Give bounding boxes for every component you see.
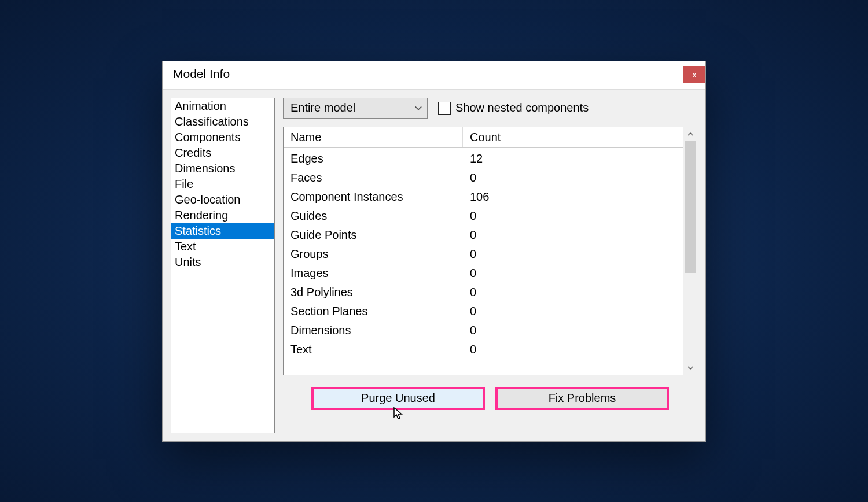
sidebar-list[interactable]: AnimationClassificationsComponentsCredit… (171, 98, 275, 433)
vertical-scrollbar[interactable] (683, 127, 697, 375)
checkbox-icon (438, 102, 451, 115)
cell-name: Images (284, 264, 463, 283)
statistics-table-wrap: Name Count Edges12Faces0Component Instan… (283, 127, 697, 375)
purge-unused-label: Purge Unused (361, 392, 435, 405)
table-row[interactable]: Groups0 (284, 245, 683, 264)
cell-count: 0 (463, 168, 683, 187)
scroll-down-button[interactable] (683, 361, 697, 375)
cell-name: Faces (284, 168, 463, 187)
cell-name: 3d Polylines (284, 283, 463, 302)
checkbox-label: Show nested components (455, 101, 589, 115)
show-nested-checkbox[interactable]: Show nested components (438, 101, 589, 115)
sidebar-item-statistics[interactable]: Statistics (171, 223, 274, 239)
table-row[interactable]: Images0 (284, 264, 683, 283)
sidebar-item-animation[interactable]: Animation (171, 98, 274, 114)
scope-dropdown[interactable]: Entire model (283, 98, 428, 119)
sidebar-item-dimensions[interactable]: Dimensions (171, 161, 274, 176)
cell-count: 106 (463, 187, 683, 206)
close-icon: x (693, 71, 697, 79)
cell-name: Component Instances (284, 187, 463, 206)
table-row[interactable]: Dimensions0 (284, 321, 683, 340)
table-row[interactable]: Edges12 (284, 149, 683, 168)
statistics-table: Name Count Edges12Faces0Component Instan… (284, 127, 683, 375)
cell-name: Dimensions (284, 321, 463, 340)
cell-name: Section Planes (284, 302, 463, 321)
cell-name: Groups (284, 245, 463, 264)
chevron-up-icon (687, 131, 693, 137)
table-row[interactable]: Guide Points0 (284, 226, 683, 245)
action-button-row: Purge Unused Fix Problems (283, 387, 697, 410)
main-panel: Entire model Show nested components Name… (283, 98, 697, 433)
header-name[interactable]: Name (284, 127, 463, 147)
sidebar-item-file[interactable]: File (171, 176, 274, 192)
controls-row: Entire model Show nested components (283, 98, 697, 119)
table-body: Edges12Faces0Component Instances106Guide… (284, 148, 683, 359)
cell-name: Text (284, 340, 463, 359)
cell-count: 0 (463, 206, 683, 226)
cell-count: 0 (463, 226, 683, 245)
fix-problems-label: Fix Problems (549, 392, 616, 405)
table-row[interactable]: 3d Polylines0 (284, 283, 683, 302)
cell-count: 0 (463, 264, 683, 283)
cell-count: 0 (463, 321, 683, 340)
scroll-up-button[interactable] (683, 127, 697, 141)
sidebar-item-text[interactable]: Text (171, 239, 274, 254)
dialog-titlebar: Model Info x (163, 61, 705, 90)
dialog-body: AnimationClassificationsComponentsCredit… (163, 90, 705, 441)
sidebar-item-rendering[interactable]: Rendering (171, 208, 274, 223)
table-row[interactable]: Guides0 (284, 206, 683, 226)
cell-name: Edges (284, 149, 463, 168)
fix-problems-button[interactable]: Fix Problems (495, 387, 669, 410)
sidebar-item-credits[interactable]: Credits (171, 145, 274, 161)
cell-name: Guides (284, 206, 463, 226)
cell-count: 0 (463, 245, 683, 264)
model-info-dialog: Model Info x AnimationClassificationsCom… (162, 61, 706, 442)
header-spacer (590, 127, 683, 147)
cell-count: 0 (463, 302, 683, 321)
table-header-row: Name Count (284, 127, 683, 148)
table-row[interactable]: Text0 (284, 340, 683, 359)
sidebar-item-units[interactable]: Units (171, 254, 274, 270)
cell-count: 12 (463, 149, 683, 168)
sidebar-item-components[interactable]: Components (171, 130, 274, 145)
dialog-title: Model Info (173, 67, 230, 81)
chevron-down-icon (687, 365, 693, 371)
sidebar-item-geo-location[interactable]: Geo-location (171, 192, 274, 208)
table-row[interactable]: Section Planes0 (284, 302, 683, 321)
header-count[interactable]: Count (463, 127, 590, 147)
chevron-down-icon (414, 104, 422, 112)
dropdown-value: Entire model (290, 101, 355, 115)
cursor-icon (392, 407, 404, 420)
purge-unused-button[interactable]: Purge Unused (311, 387, 485, 410)
scrollbar-track[interactable] (683, 141, 697, 361)
sidebar-item-classifications[interactable]: Classifications (171, 114, 274, 130)
cell-count: 0 (463, 340, 683, 359)
table-row[interactable]: Faces0 (284, 168, 683, 187)
scrollbar-thumb[interactable] (685, 141, 696, 273)
close-button[interactable]: x (683, 66, 705, 83)
table-row[interactable]: Component Instances106 (284, 187, 683, 206)
cell-name: Guide Points (284, 226, 463, 245)
cell-count: 0 (463, 283, 683, 302)
